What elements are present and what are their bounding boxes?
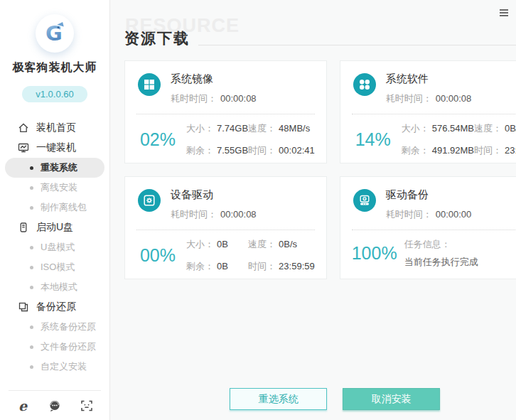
sidebar-item-label: ISO模式 xyxy=(41,261,75,274)
system-software-icon xyxy=(353,73,376,96)
bullet-icon xyxy=(30,286,33,289)
stat-time: 时间：23:59:59 xyxy=(248,260,315,273)
sidebar-item-label: 自定义安装 xyxy=(41,360,87,373)
dotted-divider xyxy=(136,114,315,114)
sidebar-item-label: 重装系统 xyxy=(41,161,77,174)
bullet-icon xyxy=(30,166,33,170)
sidebar-item-label: 制作离线包 xyxy=(41,201,87,214)
card-title: 系统软件 xyxy=(386,72,472,86)
reselect-system-button[interactable]: 重选系统 xyxy=(230,388,327,410)
sidebar-footer: e xyxy=(0,390,109,420)
stat-speed: 速度：0B/s xyxy=(248,238,315,251)
progress-percent: 100% xyxy=(352,243,397,264)
sidebar: G 极客狗装机大师 v1.0.0.60 装机首页 xyxy=(0,0,110,420)
window-controls xyxy=(498,6,516,19)
task-info-label: 任务信息： xyxy=(404,238,516,251)
sidebar-item-offline-install[interactable]: 离线安装 xyxy=(0,178,109,198)
device-driver-icon xyxy=(138,189,161,212)
stat-remaining: 剩余：491.92MB xyxy=(402,144,474,157)
card-title: 驱动备份 xyxy=(386,188,472,202)
stat-size: 大小：576.54MB xyxy=(402,122,474,135)
system-image-icon xyxy=(138,73,161,96)
elapsed-time: 耗时时间：00:00:00 xyxy=(386,208,472,221)
elapsed-time: 耗时时间：00:00:08 xyxy=(171,92,257,105)
driver-backup-icon xyxy=(353,189,376,212)
stat-time: 时间：00:02:41 xyxy=(248,144,315,157)
sidebar-item-label: 离线安装 xyxy=(41,181,77,194)
stat-speed: 速度：0B/s xyxy=(474,122,516,135)
sidebar-menu: 装机首页 一键装机 重装系统 离线安装 xyxy=(0,118,109,377)
sidebar-item-local-mode[interactable]: 本地模式 xyxy=(0,277,109,297)
sidebar-item-custom-install[interactable]: 自定义安装 xyxy=(0,357,109,377)
usb-drive-icon xyxy=(18,222,29,233)
browser-e-icon[interactable]: e xyxy=(16,399,30,413)
sidebar-item-make-offline-pack[interactable]: 制作离线包 xyxy=(0,198,109,217)
sidebar-item-boot-usb[interactable]: 启动U盘 xyxy=(0,217,109,237)
stat-time: 时间：23:59:59 xyxy=(474,144,516,157)
window-menu-button[interactable] xyxy=(498,6,510,19)
home-icon xyxy=(18,122,29,134)
cancel-install-button[interactable]: 取消安装 xyxy=(343,388,440,410)
sidebar-item-reinstall-system[interactable]: 重装系统 xyxy=(5,158,104,178)
sidebar-item-usb-mode[interactable]: U盘模式 xyxy=(0,237,109,257)
action-buttons: 重选系统 取消安装 xyxy=(110,388,516,410)
monitor-chart-icon xyxy=(18,142,29,154)
app-window: G 极客狗装机大师 v1.0.0.60 装机首页 xyxy=(0,0,516,420)
sidebar-item-iso-mode[interactable]: ISO模式 xyxy=(0,257,109,277)
sidebar-item-label: 系统备份还原 xyxy=(41,321,96,333)
dotted-divider xyxy=(136,230,315,230)
elapsed-time: 耗时时间：00:00:08 xyxy=(171,208,257,221)
download-cards: 系统镜像 耗时时间：00:00:08 02% 大小：7.74GB 速度：48MB… xyxy=(124,60,516,279)
stat-size: 大小：0B xyxy=(186,238,248,251)
app-name: 极客狗装机大师 xyxy=(13,60,97,75)
dotted-divider xyxy=(352,230,516,230)
bullet-icon xyxy=(30,186,33,190)
bullet-icon xyxy=(30,206,33,210)
sidebar-item-label: 启动U盘 xyxy=(36,221,73,234)
footer-divider xyxy=(9,390,101,391)
sidebar-item-label: 装机首页 xyxy=(36,122,76,134)
card-title: 设备驱动 xyxy=(171,188,257,202)
sidebar-item-label: 文件备份还原 xyxy=(41,340,96,353)
sidebar-item-system-backup-restore[interactable]: 系统备份还原 xyxy=(0,317,109,337)
elapsed-time: 耗时时间：00:00:08 xyxy=(386,92,472,105)
bullet-icon xyxy=(30,246,33,249)
page-title: 资源下载 xyxy=(124,28,190,48)
card-title: 系统镜像 xyxy=(171,72,257,86)
version-badge: v1.0.0.60 xyxy=(22,86,87,102)
task-info-value: 当前任务执行完成 xyxy=(404,256,516,269)
progress-percent: 14% xyxy=(352,129,394,150)
sidebar-item-label: 本地模式 xyxy=(41,281,77,294)
sidebar-item-file-backup-restore[interactable]: 文件备份还原 xyxy=(0,337,109,357)
sidebar-item-one-key-install[interactable]: 一键装机 xyxy=(0,138,109,158)
bullet-icon xyxy=(30,365,33,369)
support-headset-icon[interactable] xyxy=(48,399,62,413)
page-header: RESOURCE 资源下载 xyxy=(124,26,516,48)
stat-speed: 速度：48MB/s xyxy=(248,122,315,135)
card-system-image: 系统镜像 耗时时间：00:00:08 02% 大小：7.74GB 速度：48MB… xyxy=(124,60,327,163)
backup-restore-icon xyxy=(18,301,29,313)
bullet-icon xyxy=(30,266,33,269)
card-driver-backup: 驱动备份 耗时时间：00:00:00 100% 任务信息： 当前任务执行完成 xyxy=(340,176,516,279)
bullet-icon xyxy=(30,345,33,349)
progress-percent: 00% xyxy=(136,245,179,266)
main-panel: RESOURCE 资源下载 系统镜像 xyxy=(110,0,516,420)
stat-size: 大小：7.74GB xyxy=(186,122,248,135)
dotted-divider xyxy=(352,114,516,114)
sidebar-item-backup-restore[interactable]: 备份还原 xyxy=(0,297,109,317)
bullet-icon xyxy=(30,325,33,329)
progress-percent: 02% xyxy=(136,129,179,150)
sidebar-item-label: 一键装机 xyxy=(36,141,76,154)
stat-remaining: 剩余：7.55GB xyxy=(186,144,248,157)
task-info: 任务信息： 当前任务执行完成 xyxy=(404,238,516,269)
sidebar-item-label: 备份还原 xyxy=(36,301,76,313)
sidebar-item-label: U盘模式 xyxy=(41,241,75,254)
scan-qr-icon[interactable] xyxy=(80,399,94,413)
title-underline xyxy=(198,45,516,45)
geekdog-logo-icon: G xyxy=(36,14,74,53)
card-system-software: 系统软件 耗时时间：00:00:08 14% 大小：576.54MB 速度：0B… xyxy=(340,60,516,163)
stat-remaining: 剩余：0B xyxy=(186,260,248,273)
card-device-driver: 设备驱动 耗时时间：00:00:08 00% 大小：0B 速度：0B/s 剩余：… xyxy=(124,176,327,279)
sidebar-item-home[interactable]: 装机首页 xyxy=(0,118,109,138)
